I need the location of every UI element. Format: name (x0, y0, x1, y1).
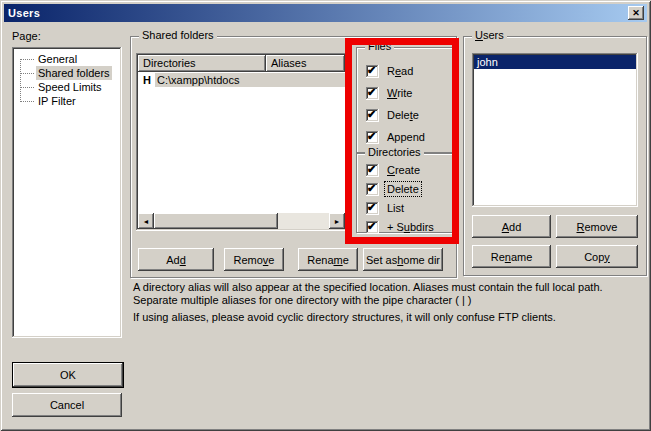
users-group-title: Users (472, 29, 507, 42)
directories-group-title: Directories (365, 146, 424, 159)
tree-item-label[interactable]: Shared folders (36, 66, 112, 80)
read-checkbox-label: Read (385, 64, 415, 78)
close-icon: ✕ (632, 8, 640, 18)
delete-file-checkbox-label: Delete (385, 108, 421, 122)
checkbox-row-write[interactable]: ✔ Write (366, 86, 414, 100)
tree-item-speed-limits[interactable]: Speed Limits (12, 80, 122, 94)
check-icon: ✔ (367, 85, 376, 100)
column-header-aliases[interactable]: Aliases (266, 55, 345, 72)
add-directory-button[interactable]: Add (138, 248, 214, 271)
check-icon: ✔ (367, 129, 376, 144)
add-user-button[interactable]: Add (472, 215, 551, 238)
directories-listview[interactable]: Directories Aliases H C:\xampp\htdocs ◄ … (136, 53, 347, 231)
check-icon: ✔ (367, 63, 376, 78)
tree-item-ip-filter[interactable]: IP Filter (12, 94, 122, 108)
create-checkbox-label: Create (385, 163, 422, 177)
users-listbox[interactable]: john (472, 53, 638, 207)
delete-dir-checkbox[interactable]: ✔ (366, 183, 379, 196)
append-checkbox-label: Append (385, 130, 427, 144)
write-checkbox-label: Write (385, 86, 414, 100)
close-button[interactable]: ✕ (628, 6, 644, 20)
subdirs-checkbox[interactable]: ✔ (366, 221, 379, 234)
checkbox-row-create[interactable]: ✔ Create (366, 163, 422, 177)
copy-user-button[interactable]: Copy (556, 245, 638, 268)
list-checkbox-label: List (385, 201, 406, 215)
check-icon: ✔ (367, 107, 376, 122)
ok-button[interactable]: OK (12, 362, 124, 388)
check-icon: ✔ (367, 181, 376, 196)
read-checkbox[interactable]: ✔ (366, 65, 379, 78)
tree-item-shared-folders[interactable]: Shared folders (12, 66, 122, 80)
user-list-item[interactable]: john (474, 55, 636, 69)
page-label: Page: (12, 30, 41, 42)
horizontal-scrollbar[interactable]: ◄ ► (138, 213, 345, 229)
files-group: Files ✔ Read ✔ Write ✔ Delete ✔ Append (356, 47, 453, 153)
rename-directory-button[interactable]: Rename (298, 248, 358, 271)
column-header-directories[interactable]: Directories (138, 55, 266, 72)
append-checkbox[interactable]: ✔ (366, 131, 379, 144)
scrollbar-track[interactable] (278, 213, 329, 229)
checkbox-row-read[interactable]: ✔ Read (366, 64, 415, 78)
check-icon: ✔ (367, 219, 376, 234)
files-group-title: Files (365, 40, 394, 53)
tree-item-general[interactable]: General (12, 52, 122, 66)
check-icon: ✔ (367, 162, 376, 177)
cyclic-note-text: If using aliases, please avoid cyclic di… (133, 311, 635, 324)
scroll-right-arrow-icon: ► (334, 218, 341, 225)
table-row[interactable]: H C:\xampp\htdocs (138, 72, 345, 88)
write-checkbox[interactable]: ✔ (366, 87, 379, 100)
checkbox-row-append[interactable]: ✔ Append (366, 130, 427, 144)
shared-folders-group: Shared folders Directories Aliases H C:\… (130, 36, 457, 278)
remove-user-button[interactable]: Remove (556, 215, 638, 238)
home-directory-marker: H (138, 74, 155, 86)
tree-item-label[interactable]: IP Filter (36, 94, 78, 108)
create-checkbox[interactable]: ✔ (366, 164, 379, 177)
tree-item-label[interactable]: Speed Limits (36, 80, 104, 94)
users-dialog-window: Users ✕ Page: General Shared folders Spe… (0, 0, 651, 431)
checkbox-row-list[interactable]: ✔ List (366, 201, 406, 215)
remove-directory-button[interactable]: Remove (224, 248, 284, 271)
check-icon: ✔ (367, 200, 376, 215)
delete-dir-checkbox-label: Delete (385, 182, 421, 196)
scroll-right-button[interactable]: ► (329, 213, 345, 229)
checkbox-row-subdirs[interactable]: ✔ + Subdirs (366, 220, 436, 234)
checkbox-row-delete-dir[interactable]: ✔ Delete (366, 182, 421, 196)
set-as-home-dir-button[interactable]: Set as home dir (363, 248, 443, 271)
listview-header: Directories Aliases (138, 55, 345, 72)
delete-file-checkbox[interactable]: ✔ (366, 109, 379, 122)
directories-group: Directories ✔ Create ✔ Delete ✔ List ✔ +… (356, 153, 453, 233)
shared-folders-group-title: Shared folders (139, 29, 217, 42)
title-bar[interactable]: Users ✕ (4, 4, 647, 22)
window-title: Users (4, 7, 40, 19)
scroll-left-arrow-icon: ◄ (143, 218, 150, 225)
cancel-button[interactable]: Cancel (12, 393, 122, 417)
subdirs-checkbox-label: + Subdirs (385, 220, 436, 234)
scroll-left-button[interactable]: ◄ (138, 213, 154, 229)
alias-note-text: A directory alias will also appear at th… (133, 281, 635, 307)
page-tree: General Shared folders Speed Limits IP F… (12, 47, 122, 338)
directory-path[interactable]: C:\xampp\htdocs (155, 73, 345, 87)
tree-item-label[interactable]: General (36, 52, 79, 66)
users-group: Users john Add Remove Rename Copy (463, 36, 647, 276)
scrollbar-thumb[interactable] (154, 213, 278, 229)
list-checkbox[interactable]: ✔ (366, 202, 379, 215)
rename-user-button[interactable]: Rename (472, 245, 551, 268)
checkbox-row-delete-file[interactable]: ✔ Delete (366, 108, 421, 122)
